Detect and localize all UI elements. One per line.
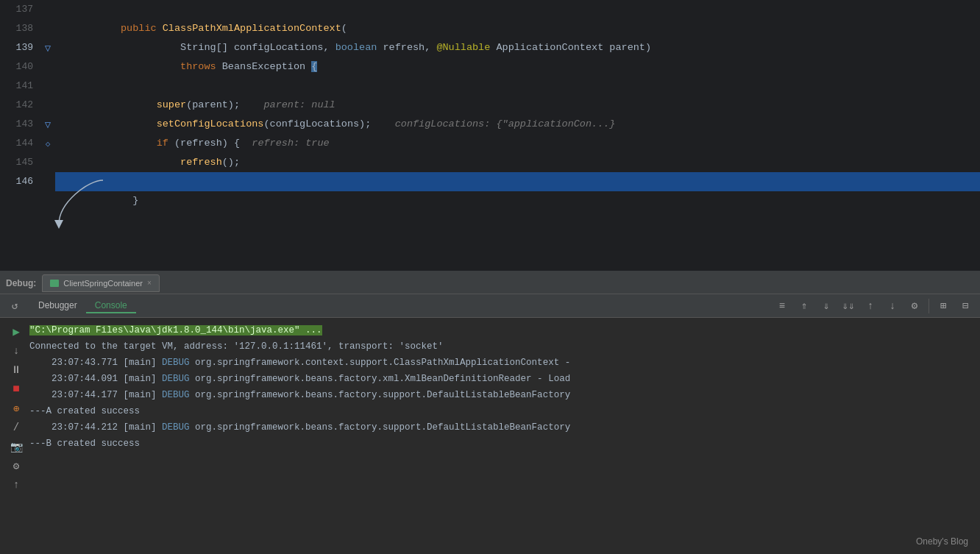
debug-panel: Debug: ClientSpringContainer × ↺ Debugge… bbox=[0, 272, 980, 554]
clear-btn[interactable]: / bbox=[8, 419, 24, 436]
debug-tab-name: ClientSpringContainer bbox=[63, 279, 143, 288]
line-num-145: 145 bbox=[0, 153, 33, 172]
tab-icon bbox=[50, 280, 59, 287]
console-line-2: Connected to the target VM, address: '12… bbox=[29, 338, 980, 355]
table-icon[interactable]: ⊞ bbox=[933, 297, 954, 315]
debug-toolbar: ↺ Debugger Console ≡ ⇑ ⇓ ⇓⇓ ↑ ↓ ⚙ ⊞ ⊟ bbox=[0, 294, 980, 318]
watermark: Oneby's Blog bbox=[916, 536, 968, 547]
console-left-toolbar: ▶ ↓ ⏸ ■ ⊕ / 📷 ⚙ ↑ bbox=[6, 322, 26, 550]
stop-btn[interactable]: ■ bbox=[8, 381, 24, 397]
debug-tab-bar: Debug: ClientSpringContainer × bbox=[0, 272, 980, 294]
debug-level-3: DEBUG bbox=[162, 358, 190, 368]
code-editor: 137 138 139 140 141 142 143 144 145 146 … bbox=[0, 0, 980, 272]
code-line-141: super(parent); parent: null bbox=[55, 77, 980, 96]
gutter-arrow-143: ▽ bbox=[45, 118, 51, 131]
code-line-137: public ClassPathXmlApplicationContext( bbox=[55, 0, 980, 19]
code-line-139: throws BeansException { bbox=[55, 38, 980, 57]
code-line-142: setConfigLocations(configLocations); con… bbox=[55, 96, 980, 115]
code-line-146: } bbox=[55, 172, 980, 191]
console-text-area: "C:\Program Files\Java\jdk1.8.0_144\bin\… bbox=[26, 322, 980, 550]
console-line-6: ---A created success bbox=[29, 403, 980, 419]
console-line-5: 23:07:44.177 [main] DEBUG org.springfram… bbox=[29, 387, 980, 403]
debug-level-7: DEBUG bbox=[162, 422, 190, 433]
console-line-1: "C:\Program Files\Java\jdk1.8.0_144\bin\… bbox=[29, 322, 980, 338]
java-path-highlight: "C:\Program Files\Java\jdk1.8.0_144\bin\… bbox=[29, 325, 322, 335]
layout-icon[interactable]: ⊟ bbox=[955, 297, 976, 315]
settings-icon[interactable]: ⚙ bbox=[904, 297, 925, 315]
line-num-146: 146 bbox=[0, 172, 33, 191]
up-button[interactable]: ↑ bbox=[860, 297, 881, 315]
code-gutter: ▽ ▽ ◇ bbox=[40, 0, 55, 271]
camera-btn[interactable]: 📷 bbox=[8, 438, 24, 455]
line-num-141: 141 bbox=[0, 77, 33, 96]
debug-level-5: DEBUG bbox=[162, 390, 190, 400]
step-over-btn[interactable]: ↓ bbox=[8, 343, 24, 359]
line-num-138: 138 bbox=[0, 19, 33, 38]
arrow-btn[interactable]: ↑ bbox=[8, 477, 24, 493]
separator bbox=[928, 299, 929, 313]
code-area: 137 138 139 140 141 142 143 144 145 146 … bbox=[0, 0, 980, 271]
console-line-4: 23:07:44.091 [main] DEBUG org.springfram… bbox=[29, 371, 980, 387]
console-line-3: 23:07:43.771 [main] DEBUG org.springfram… bbox=[29, 355, 980, 371]
tab-debugger[interactable]: Debugger bbox=[29, 299, 86, 313]
scroll-up-button[interactable]: ⇑ bbox=[794, 297, 814, 315]
view-btn[interactable]: ⊕ bbox=[8, 400, 24, 416]
debug-tab-client[interactable]: ClientSpringContainer × bbox=[42, 274, 159, 292]
down-button[interactable]: ↓ bbox=[882, 297, 903, 315]
code-line-144: refresh(); bbox=[55, 134, 980, 153]
line-num-137: 137 bbox=[0, 0, 33, 19]
line-num-139: 139 bbox=[0, 38, 33, 57]
restart-button[interactable]: ↺ bbox=[4, 297, 25, 315]
code-line-145: } bbox=[55, 153, 980, 172]
code-line-138: String[] configLocations, boolean refres… bbox=[55, 19, 980, 38]
line-num-142: 142 bbox=[0, 96, 33, 115]
gear-btn[interactable]: ⚙ bbox=[8, 458, 24, 474]
line-numbers: 137 138 139 140 141 142 143 144 145 146 bbox=[0, 0, 40, 271]
line-num-144: 144 bbox=[0, 134, 33, 153]
console-output: ▶ ↓ ⏸ ■ ⊕ / 📷 ⚙ ↑ "C:\Program Files\Java… bbox=[0, 318, 980, 554]
code-line-140 bbox=[55, 57, 980, 77]
code-line-143: if (refresh) { refresh: true bbox=[55, 115, 980, 134]
line-num-143: 143 bbox=[0, 115, 33, 134]
code-content: public ClassPathXmlApplicationContext( S… bbox=[55, 0, 980, 271]
line-num-140: 140 bbox=[0, 57, 33, 77]
gutter-arrow-145: ◇ bbox=[46, 139, 51, 149]
pause-btn[interactable]: ⏸ bbox=[8, 362, 24, 378]
close-tab-button[interactable]: × bbox=[147, 279, 152, 287]
console-line-8: ---B created success bbox=[29, 436, 980, 452]
debug-level-4: DEBUG bbox=[162, 374, 190, 384]
console-line-7: 23:07:44.212 [main] DEBUG org.springfram… bbox=[29, 419, 980, 436]
scroll-bottom-button[interactable]: ⇓⇓ bbox=[838, 297, 859, 315]
scroll-down-button[interactable]: ⇓ bbox=[816, 297, 837, 315]
filter-button[interactable]: ≡ bbox=[772, 297, 792, 315]
resume-btn[interactable]: ▶ bbox=[8, 324, 24, 340]
gutter-arrow-139: ▽ bbox=[45, 42, 51, 54]
debug-label: Debug: bbox=[6, 278, 36, 288]
subtab-bar: Debugger Console bbox=[29, 299, 136, 313]
tab-console[interactable]: Console bbox=[86, 299, 136, 313]
